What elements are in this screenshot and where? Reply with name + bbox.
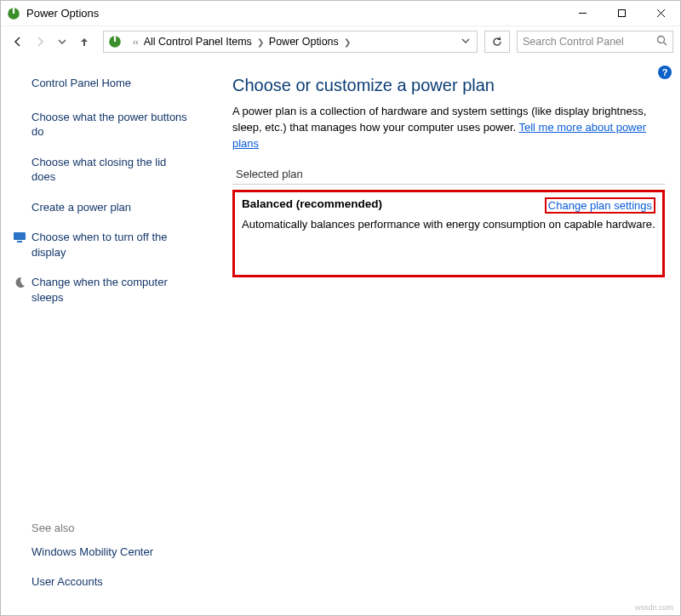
breadcrumb-left-caret[interactable]: ‹‹: [133, 37, 139, 47]
minimize-button[interactable]: [563, 1, 602, 26]
selected-plan-label: Selected plan: [232, 163, 665, 184]
moon-icon: [13, 276, 26, 289]
breadcrumb-item[interactable]: Power Options: [269, 36, 339, 48]
titlebar: Power Options: [1, 1, 680, 26]
maximize-button[interactable]: [602, 1, 641, 26]
svg-rect-3: [618, 10, 625, 17]
control-panel-home-link[interactable]: Control Panel Home: [31, 76, 209, 91]
display-icon: [13, 231, 26, 244]
selected-plan-box: Balanced (recommended) Change plan setti…: [232, 190, 665, 277]
address-bar[interactable]: ‹‹ All Control Panel Items ❯ Power Optio…: [103, 31, 478, 53]
chevron-right-icon[interactable]: ❯: [257, 37, 264, 47]
divider: [232, 184, 665, 185]
change-plan-settings-highlight: Change plan settings: [545, 197, 655, 214]
svg-rect-1: [13, 8, 14, 14]
sidebar-link-computer-sleeps[interactable]: Change when the computer sleeps: [31, 275, 193, 305]
svg-rect-7: [114, 36, 116, 42]
see-also-user-accounts[interactable]: User Accounts: [31, 574, 193, 590]
back-button[interactable]: [8, 31, 28, 52]
svg-point-8: [658, 37, 665, 43]
breadcrumb-item[interactable]: All Control Panel Items: [144, 36, 252, 48]
page-description: A power plan is a collection of hardware…: [232, 104, 665, 152]
see-also-mobility-center[interactable]: Windows Mobility Center: [31, 545, 193, 560]
sidebar-link-closing-lid[interactable]: Choose what closing the lid does: [31, 155, 193, 185]
svg-rect-11: [17, 241, 22, 242]
search-input[interactable]: Search Control Panel: [517, 31, 673, 53]
sidebar-link-create-plan[interactable]: Create a power plan: [31, 200, 193, 215]
window-title: Power Options: [26, 7, 99, 20]
power-options-icon: [107, 34, 123, 49]
sidebar-link-turn-off-display[interactable]: Choose when to turn off the display: [31, 230, 193, 260]
help-button[interactable]: ?: [658, 66, 672, 79]
sidebar-link-power-buttons[interactable]: Choose what the power buttons do: [31, 110, 193, 140]
content-area: Control Panel Home Choose what the power…: [1, 57, 680, 615]
up-button[interactable]: [74, 31, 94, 52]
page-title: Choose or customize a power plan: [232, 76, 665, 95]
watermark: wsxdn.com: [635, 603, 673, 612]
sidebar: Control Panel Home Choose what the power…: [1, 57, 220, 615]
toolbar: ‹‹ All Control Panel Items ❯ Power Optio…: [1, 26, 680, 57]
refresh-button[interactable]: [484, 31, 510, 53]
search-placeholder: Search Control Panel: [523, 36, 656, 48]
svg-line-9: [664, 43, 667, 46]
plan-name: Balanced (recommended): [242, 197, 382, 210]
change-plan-settings-link[interactable]: Change plan settings: [548, 199, 652, 212]
power-options-icon: [6, 6, 21, 21]
forward-button[interactable]: [30, 31, 50, 52]
recent-locations-dropdown[interactable]: [52, 31, 72, 52]
close-button[interactable]: [641, 1, 680, 26]
address-dropdown[interactable]: [458, 37, 473, 47]
main-panel: ? Choose or customize a power plan A pow…: [220, 57, 680, 615]
svg-rect-10: [14, 232, 26, 240]
see-also-heading: See also: [31, 522, 209, 534]
plan-description: Automatically balances performance with …: [242, 217, 655, 232]
search-icon: [656, 35, 667, 48]
chevron-right-icon[interactable]: ❯: [344, 37, 351, 47]
